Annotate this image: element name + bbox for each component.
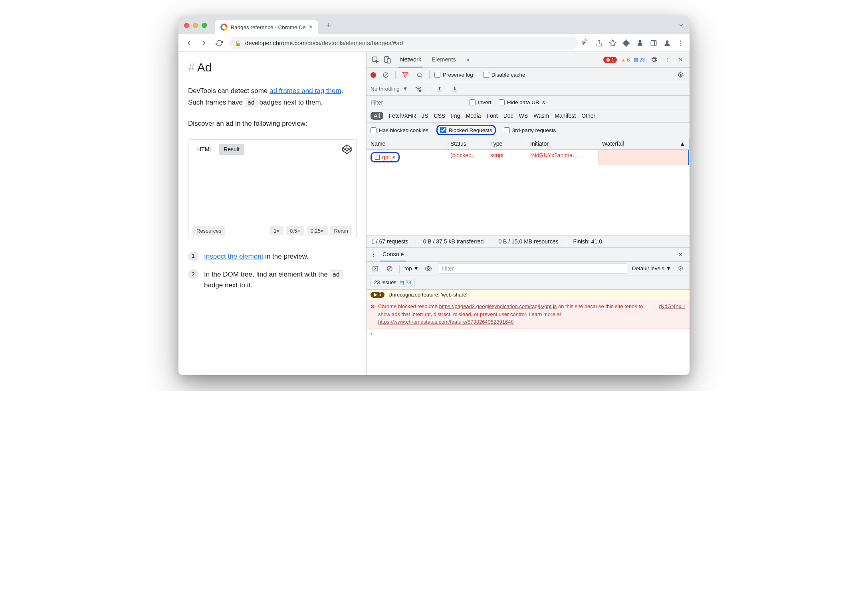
ad-frames-link[interactable]: ad frames and tag them <box>270 87 341 95</box>
console-prompt[interactable]: › <box>367 329 690 338</box>
type-img[interactable]: Img <box>451 113 460 119</box>
network-conditions-icon[interactable] <box>414 84 423 94</box>
has-blocked-cookies-checkbox[interactable]: Has blocked cookies <box>371 127 428 133</box>
network-filter-input[interactable] <box>371 99 462 106</box>
bookmark-star-icon[interactable] <box>609 39 617 47</box>
tab-network[interactable]: Network <box>398 52 423 67</box>
type-css[interactable]: CSS <box>434 113 445 119</box>
embed-result-pane[interactable] <box>188 159 356 223</box>
device-mode-icon[interactable] <box>382 55 392 65</box>
share-icon[interactable] <box>595 39 603 47</box>
network-toolbar: Preserve log Disable cache <box>367 68 690 82</box>
close-drawer-button[interactable]: ✕ <box>676 250 686 259</box>
error-count-badge[interactable]: 1 <box>603 57 617 63</box>
blocked-resource-url[interactable]: https://pagead2.googlesyndication.com/ta… <box>439 303 557 309</box>
forward-button[interactable] <box>198 38 210 49</box>
type-all[interactable]: All <box>371 112 383 120</box>
embed-tab-result[interactable]: Result <box>219 144 244 155</box>
col-type[interactable]: Type <box>486 138 526 149</box>
embed-zoom-025x[interactable]: 0.25× <box>307 226 328 235</box>
error-source-link[interactable]: rNdGNYx:1 <box>659 303 686 326</box>
network-table-header: Name Status Type Initiator Waterfall▲ <box>367 138 690 150</box>
col-initiator[interactable]: Initiator <box>526 138 598 149</box>
minimize-window-button[interactable] <box>193 23 198 28</box>
download-har-icon[interactable] <box>450 84 460 94</box>
console-sidebar-toggle-icon[interactable] <box>371 264 380 273</box>
issues-button[interactable]: 23 Issues: ▤ 23 <box>371 278 415 287</box>
back-button[interactable] <box>183 38 194 49</box>
extensions-icon[interactable] <box>622 39 630 47</box>
upload-har-icon[interactable] <box>435 84 444 94</box>
tab-console[interactable]: Console <box>380 248 406 261</box>
filter-funnel-icon[interactable] <box>400 70 410 80</box>
col-status[interactable]: Status <box>446 138 486 149</box>
translate-icon[interactable]: ✕ <box>582 39 590 47</box>
codepen-icon[interactable] <box>342 144 352 154</box>
inspect-element-icon[interactable] <box>371 55 380 65</box>
request-initiator[interactable]: rNdGNYx?anima… <box>526 150 598 165</box>
url-field[interactable]: 🔒 developer.chrome.com/docs/devtools/ele… <box>229 37 578 49</box>
live-expression-eye-icon[interactable] <box>424 264 433 273</box>
browser-tab[interactable]: Badges reference - Chrome De × <box>215 20 318 34</box>
type-media[interactable]: Media <box>466 113 481 119</box>
profile-avatar-icon[interactable] <box>663 39 671 47</box>
blocked-requests-checkbox[interactable]: Blocked Requests <box>436 125 496 135</box>
col-name[interactable]: Name <box>367 138 446 149</box>
svg-point-6 <box>680 40 682 42</box>
type-ws[interactable]: WS <box>519 113 528 119</box>
third-party-checkbox[interactable]: 3rd-party requests <box>504 127 556 133</box>
throttling-select[interactable]: No throttling ▼ <box>371 86 408 92</box>
new-tab-button[interactable]: + <box>326 20 331 30</box>
embed-zoom-05x[interactable]: 0.5× <box>286 226 304 235</box>
type-font[interactable]: Font <box>487 113 498 119</box>
close-devtools-button[interactable]: ✕ <box>676 55 686 65</box>
type-other[interactable]: Other <box>581 113 595 119</box>
more-tabs-icon[interactable]: » <box>465 52 471 67</box>
disable-cache-checkbox[interactable]: Disable cache <box>483 72 525 78</box>
close-tab-button[interactable]: × <box>309 24 313 31</box>
network-request-row[interactable]: gpt.js (blocked… script rNdGNYx?anima… <box>367 150 690 165</box>
maximize-window-button[interactable] <box>202 23 207 28</box>
type-wasm[interactable]: Wasm <box>533 113 549 119</box>
network-settings-gear-icon[interactable] <box>676 70 686 80</box>
type-doc[interactable]: Doc <box>503 113 513 119</box>
clear-console-icon[interactable] <box>385 264 394 273</box>
context-select[interactable]: top ▼ <box>404 265 419 271</box>
settings-gear-icon[interactable] <box>649 55 658 65</box>
console-warning-row[interactable]: ▶ 5 Unrecognized feature: 'web-share'. <box>367 290 690 300</box>
record-button[interactable] <box>371 72 376 78</box>
close-window-button[interactable] <box>184 23 189 28</box>
console-filter-input[interactable]: Filter <box>438 263 627 274</box>
tab-list-chevron-icon[interactable] <box>678 22 684 28</box>
console-error-row[interactable]: ⊗ Chrome blocked resource https://pagead… <box>367 300 690 329</box>
type-fetchxhr[interactable]: Fetch/XHR <box>389 113 416 119</box>
inspect-element-link[interactable]: Inspect the element <box>204 253 263 260</box>
browser-menu-icon[interactable] <box>677 39 685 47</box>
embed-resources-button[interactable]: Resources <box>192 226 225 235</box>
learn-more-url[interactable]: https://www.chromestatus.com/feature/573… <box>378 319 514 325</box>
type-manifest[interactable]: Manifest <box>555 113 576 119</box>
search-icon[interactable] <box>415 70 424 80</box>
embed-zoom-1x[interactable]: 1× <box>270 226 283 235</box>
warning-count-badge[interactable]: 6 <box>621 57 630 63</box>
hide-data-urls-checkbox[interactable]: Hide data URLs <box>499 99 545 105</box>
clear-icon[interactable] <box>381 70 390 80</box>
embed-rerun-button[interactable]: Rerun <box>330 226 352 235</box>
reload-button[interactable] <box>214 38 225 49</box>
devtools-menu-icon[interactable]: ⋮ <box>662 55 672 65</box>
console-settings-gear-icon[interactable] <box>676 264 686 273</box>
log-levels-select[interactable]: Default levels ▼ <box>632 265 671 271</box>
labs-flask-icon[interactable] <box>636 39 644 47</box>
embed-tab-html[interactable]: HTML <box>192 144 217 155</box>
svg-point-18 <box>418 73 421 76</box>
drawer-menu-icon[interactable]: ⋮ <box>371 251 376 258</box>
network-extra-filters: Has blocked cookies Blocked Requests 3rd… <box>367 123 690 138</box>
tab-elements[interactable]: Elements <box>430 52 457 67</box>
type-js[interactable]: JS <box>422 113 428 119</box>
console-output: ▶ 5 Unrecognized feature: 'web-share'. ⊗… <box>367 290 690 375</box>
preserve-log-checkbox[interactable]: Preserve log <box>434 72 473 78</box>
side-panel-icon[interactable] <box>650 39 658 47</box>
info-count-badge[interactable]: 23 <box>634 57 645 63</box>
invert-checkbox[interactable]: Invert <box>470 99 491 105</box>
col-waterfall[interactable]: Waterfall▲ <box>598 138 690 149</box>
